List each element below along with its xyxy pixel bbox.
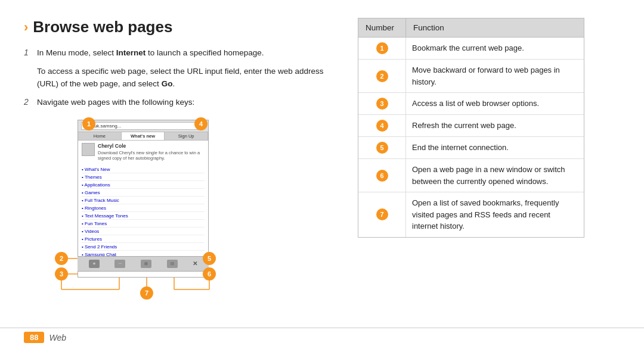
step-2: 2 Navigate web pages with the following … bbox=[24, 96, 334, 109]
step-1b-text: To access a specific web page, select th… bbox=[37, 66, 334, 91]
page-footer: 88 Web bbox=[0, 328, 644, 349]
left-column: › Browse web pages 1 In Menu mode, selec… bbox=[24, 18, 334, 316]
section-title: › Browse web pages bbox=[24, 18, 334, 36]
phone-desc-text: Download Cheryl's new single for a chanc… bbox=[98, 150, 205, 162]
phone-content: Cheryl Cole Download Cheryl's new single… bbox=[78, 141, 208, 261]
table-row-6: 6 Open a web page in a new window or swi… bbox=[358, 159, 584, 192]
td-number-7: 7 bbox=[358, 192, 406, 237]
badge-4: 4 bbox=[194, 117, 208, 130]
td-number-1: 1 bbox=[358, 38, 406, 59]
step-1-number: 1 bbox=[24, 47, 32, 57]
step-2-text: Navigate web pages with the following ke… bbox=[37, 96, 194, 109]
badge-7: 7 bbox=[140, 286, 153, 300]
phone-mockup: wap.uk.samsng... ⟳ Home What's new Sign … bbox=[42, 120, 280, 304]
table-row-4: 4 Refresh the current web page. bbox=[358, 115, 584, 137]
row-badge-6: 6 bbox=[376, 170, 388, 182]
phone-menu-icon-3: ⊞ bbox=[141, 260, 151, 268]
badge-1: 1 bbox=[82, 117, 95, 130]
phone-artist-name: Cheryl Cole bbox=[98, 143, 205, 149]
badge-5: 5 bbox=[203, 252, 216, 265]
row-badge-1: 1 bbox=[376, 42, 388, 54]
phone-menu-item: • Send 2 Friends bbox=[82, 243, 205, 251]
phone-artist-row: Cheryl Cole Download Cheryl's new single… bbox=[82, 143, 205, 164]
table-row-7: 7 Open a list of saved bookmarks, freque… bbox=[358, 192, 584, 237]
td-number-6: 6 bbox=[358, 159, 406, 192]
page-label: Web bbox=[49, 333, 66, 342]
td-function-2: Move backward or forward to web pages in… bbox=[406, 60, 584, 92]
th-function: Function bbox=[406, 18, 584, 37]
row-badge-7: 7 bbox=[376, 208, 388, 220]
td-number-3: 3 bbox=[358, 93, 406, 114]
table-row-5: 5 End the internet connection. bbox=[358, 137, 584, 159]
th-number: Number bbox=[358, 18, 406, 37]
step-1b-number bbox=[24, 66, 32, 66]
row-badge-5: 5 bbox=[376, 142, 388, 154]
phone-screen: wap.uk.samsng... ⟳ Home What's new Sign … bbox=[78, 120, 209, 278]
td-function-4: Refresh the current web page. bbox=[406, 115, 584, 136]
chevron-icon: › bbox=[24, 21, 28, 34]
phone-menu-item: • Games bbox=[82, 189, 205, 197]
phone-menu-item: • Full Track Music bbox=[82, 197, 205, 204]
row-badge-4: 4 bbox=[376, 120, 388, 132]
phone-toolbar-top: wap.uk.samsng... ⟳ bbox=[78, 120, 208, 132]
td-number-2: 2 bbox=[358, 60, 406, 92]
phone-nav-tabs: Home What's new Sign Up bbox=[78, 132, 208, 141]
phone-artist-thumb bbox=[82, 143, 95, 156]
step-1: 1 In Menu mode, select Internet to launc… bbox=[24, 47, 334, 60]
badge-3: 3 bbox=[55, 267, 68, 281]
phone-menu-icon-2: ··· bbox=[114, 260, 125, 268]
td-function-5: End the internet connection. bbox=[406, 137, 584, 158]
row-badge-2: 2 bbox=[376, 70, 388, 82]
phone-menu-bar: ≡ ··· ⊞ ⊟ ✕ bbox=[78, 256, 209, 272]
td-number-5: 5 bbox=[358, 137, 406, 158]
step-2-number: 2 bbox=[24, 96, 32, 107]
phone-tab-signup: Sign Up bbox=[165, 132, 208, 140]
phone-menu-item: • Fun Tones bbox=[82, 220, 205, 228]
phone-menu-item: • Text Message Tones bbox=[82, 212, 205, 220]
phone-menu-icon-lines: ≡ bbox=[89, 260, 100, 268]
row-badge-3: 3 bbox=[376, 98, 388, 110]
td-function-6: Open a web page in a new window or switc… bbox=[406, 159, 584, 192]
td-function-3: Access a list of web browser options. bbox=[406, 93, 584, 114]
phone-menu-icon-4: ⊟ bbox=[167, 260, 178, 268]
td-function-7: Open a list of saved bookmarks, frequent… bbox=[406, 192, 584, 237]
phone-tab-home: Home bbox=[78, 132, 122, 140]
function-table: Number Function 1 Bookmark the current w… bbox=[358, 18, 584, 238]
phone-menu-item: • Videos bbox=[82, 228, 205, 235]
phone-url-bar: wap.uk.samsng... bbox=[81, 122, 198, 130]
badge-2: 2 bbox=[55, 252, 68, 265]
table-row-2: 2 Move backward or forward to web pages … bbox=[358, 60, 584, 93]
phone-menu-item: • Pictures bbox=[82, 235, 205, 243]
page-number: 88 bbox=[24, 332, 44, 343]
step-1b: To access a specific web page, select th… bbox=[24, 66, 334, 91]
badge-6: 6 bbox=[203, 267, 216, 281]
phone-menu-item: • Themes bbox=[82, 173, 205, 181]
step-1-text: In Menu mode, select Internet to launch … bbox=[37, 47, 264, 60]
phone-menu-item: • Applications bbox=[82, 181, 205, 189]
phone-close-icon: ✕ bbox=[193, 260, 197, 267]
phone-menu-item: • What's New bbox=[82, 166, 205, 173]
table-row-1: 1 Bookmark the current web page. bbox=[358, 38, 584, 60]
table-row-3: 3 Access a list of web browser options. bbox=[358, 93, 584, 115]
table-header: Number Function bbox=[358, 18, 584, 38]
page-title: Browse web pages bbox=[33, 18, 172, 36]
phone-menu-item: • Ringtones bbox=[82, 204, 205, 212]
phone-tab-whatsnew: What's new bbox=[122, 132, 165, 140]
td-number-4: 4 bbox=[358, 115, 406, 136]
td-function-1: Bookmark the current web page. bbox=[406, 38, 584, 59]
